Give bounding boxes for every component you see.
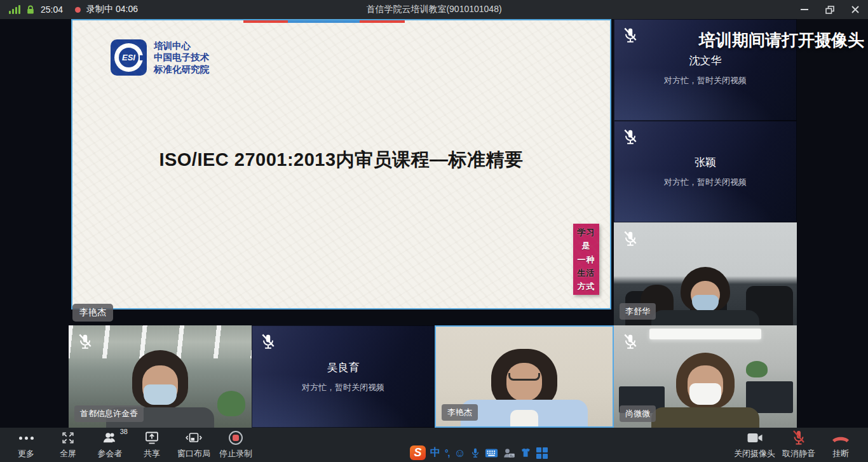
video-tile-wuliangyu[interactable]: 吴良育 对方忙，暂时关闭视频: [252, 325, 435, 428]
close-button[interactable]: [843, 0, 868, 19]
slide-decor-bar: [288, 20, 360, 23]
muted-mic-icon: [622, 332, 639, 351]
participant-name-chip: 李舒华: [620, 303, 656, 320]
slide-decor-bar: [360, 20, 405, 23]
meeting-content: ESI 培训中心 中国电子技术 标准化研究院 ISO/IEC 27001:201…: [0, 19, 868, 428]
participants-button[interactable]: 38 参会者: [89, 428, 131, 462]
stop-record-icon: [229, 430, 243, 445]
participant-status: 对方忙，暂时关闭视频: [664, 177, 747, 188]
muted-mic-icon: [622, 128, 639, 147]
hangup-button[interactable]: 挂断: [820, 428, 862, 462]
sogou-ime-icon[interactable]: S: [410, 445, 426, 460]
muted-mic-red-icon: [791, 430, 806, 445]
participants-count-badge: 38: [120, 428, 128, 435]
layout-button[interactable]: 窗口布局: [173, 428, 215, 462]
camera-off-button[interactable]: 关闭摄像头: [731, 428, 778, 462]
titlebar: 25:04 录制中 04:06 首信学院云培训教室(9010101048): [0, 0, 868, 19]
toolbar-left-group: 更多 全屏 38 参会者: [0, 428, 257, 462]
ime-mode-toggle[interactable]: 中: [430, 446, 440, 459]
participant-name: 张颖: [695, 155, 716, 170]
voice-input-icon[interactable]: [470, 447, 480, 459]
cesi-logo-mark-icon: ESI: [111, 39, 147, 76]
hangup-phone-icon: [831, 430, 850, 445]
minimize-button[interactable]: [792, 0, 817, 19]
cesi-logo: ESI 培训中心 中国电子技术 标准化研究院: [111, 39, 209, 76]
ime-tray: S 中 °, ☺: [410, 445, 548, 460]
fullscreen-button[interactable]: 全屏: [47, 428, 89, 462]
participant-name-chip: 李艳杰: [442, 404, 478, 421]
recording-dot-icon: [75, 7, 81, 13]
share-button[interactable]: 共享: [131, 428, 173, 462]
emoji-picker-icon[interactable]: ☺: [454, 447, 466, 459]
video-tile-zhangying[interactable]: 张颖 对方忙，暂时关闭视频: [614, 121, 797, 222]
participant-name: 吴良育: [327, 360, 360, 375]
skin-shirt-icon[interactable]: [520, 447, 532, 459]
window-title: 首信学院云培训教室(9010101048): [366, 4, 501, 15]
meeting-toolbar: 更多 全屏 38 参会者: [0, 428, 868, 462]
muted-mic-icon: [622, 229, 639, 248]
signal-strength-icon: [9, 5, 20, 14]
video-tile-shangweiwei[interactable]: 尚微微: [614, 325, 797, 428]
stage-speaker-chip: 李艳杰: [72, 304, 113, 322]
more-button[interactable]: 更多: [5, 428, 47, 462]
soft-keyboard-icon[interactable]: [485, 448, 498, 458]
fullscreen-icon: [61, 430, 75, 445]
unmute-button[interactable]: 取消静音: [778, 428, 820, 462]
participants-icon: 38: [102, 430, 118, 445]
punctuation-toggle[interactable]: °,: [445, 448, 450, 458]
window-controls: [792, 0, 868, 19]
slide-side-banner: 学习 是 一种 生活 方式: [573, 224, 599, 295]
shared-screen-slide: ESI 培训中心 中国电子技术 标准化研究院 ISO/IEC 27001:201…: [71, 19, 611, 309]
slide-decor-bar: [243, 20, 288, 23]
muted-mic-icon: [260, 332, 276, 351]
video-tile-lishuhua[interactable]: 李舒华: [614, 222, 797, 325]
cesi-logo-text: 培训中心 中国电子技术 标准化研究院: [154, 40, 209, 76]
window-layout-icon: [186, 430, 202, 445]
video-tile-liyanjie-active[interactable]: 李艳杰: [435, 325, 614, 428]
video-tile-xujinxiang[interactable]: 首都信息许金香: [69, 325, 252, 428]
toolbox-grid-icon[interactable]: [536, 447, 548, 459]
participant-name: 沈文华: [689, 53, 722, 68]
participant-name-chip: 首都信息许金香: [74, 405, 144, 422]
announcement-marquee: 培训期间请打开摄像头，如需帮: [699, 29, 868, 51]
muted-mic-icon: [622, 26, 639, 45]
elapsed-time: 25:04: [41, 4, 63, 15]
titlebar-status-group: 25:04 录制中 04:06: [0, 4, 138, 15]
lock-icon: [26, 5, 35, 15]
muted-mic-icon: [77, 332, 93, 351]
toolbar-right-group: 关闭摄像头 取消静音 挂断: [731, 428, 868, 462]
id-card-icon[interactable]: [503, 447, 515, 459]
camera-icon: [747, 430, 763, 445]
participant-status: 对方忙，暂时关闭视频: [302, 382, 384, 393]
participant-status: 对方忙，暂时关闭视频: [664, 75, 747, 86]
stop-record-button[interactable]: 停止录制: [215, 428, 257, 462]
slide-title: ISO/IEC 27001:2013内审员课程—标准精要: [72, 147, 610, 173]
more-dots-icon: [19, 430, 34, 445]
share-screen-icon: [144, 430, 159, 445]
restore-button[interactable]: [817, 0, 843, 19]
participant-name-chip: 尚微微: [620, 405, 656, 422]
recording-status: 录制中 04:06: [86, 4, 138, 15]
